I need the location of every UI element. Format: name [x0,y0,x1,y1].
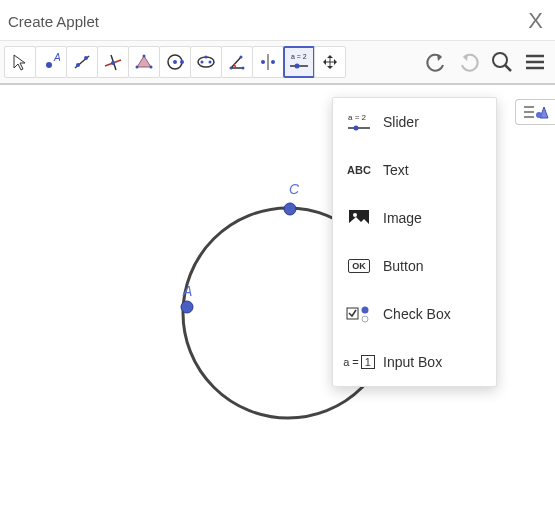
dd-label: Text [383,162,409,178]
svg-point-19 [242,67,245,70]
svg-text:a = 2: a = 2 [348,113,367,122]
svg-text:A: A [53,52,61,63]
svg-point-17 [205,56,208,59]
dd-slider[interactable]: a = 2 Slider [333,98,496,146]
point-a[interactable] [181,301,193,313]
dd-image[interactable]: Image [333,194,496,242]
svg-point-39 [354,126,359,131]
redo-button[interactable] [452,45,486,79]
svg-point-18 [230,67,233,70]
svg-point-28 [493,53,507,67]
svg-point-4 [84,56,88,60]
label-c: C [289,181,299,197]
svg-point-23 [271,60,275,64]
svg-point-13 [180,60,184,64]
svg-point-15 [201,61,204,64]
reflect-tool[interactable] [252,46,284,78]
dd-text[interactable]: ABC Text [333,146,496,194]
line-tool[interactable] [66,46,98,78]
menu-button[interactable] [518,45,552,79]
slider-mini-label: a = 2 [291,53,307,60]
svg-line-29 [505,65,511,71]
page-title: Create Applet [8,13,99,30]
label-a: A [183,283,192,299]
slider-icon: a = 2 [343,111,375,133]
slider-dropdown: a = 2 Slider ABC Text Image OK Button Ch… [332,97,497,387]
svg-point-0 [46,62,52,68]
polygon-tool[interactable] [128,46,160,78]
angle-tool[interactable] [221,46,253,78]
svg-point-9 [150,66,153,69]
svg-point-3 [76,63,80,67]
svg-point-41 [353,213,357,217]
dd-label: Check Box [383,306,451,322]
move-tool[interactable] [4,46,36,78]
move-view-tool[interactable] [314,46,346,78]
slider-tool[interactable]: a = 2 [283,46,315,78]
perpendicular-tool[interactable] [97,46,129,78]
svg-point-36 [536,112,542,118]
graphics-view[interactable]: A C a = 2 Slider ABC Text Image OK Butto… [0,85,555,501]
dd-inputbox[interactable]: a =1 Input Box [333,338,496,386]
point-c[interactable] [284,203,296,215]
checkbox-icon [343,304,375,324]
svg-point-16 [209,61,212,64]
svg-point-25 [295,64,300,69]
point-tool[interactable]: A [35,46,67,78]
svg-point-8 [143,55,146,58]
svg-point-12 [173,60,177,64]
ellipse-tool[interactable] [190,46,222,78]
dd-checkbox[interactable]: Check Box [333,290,496,338]
dd-label: Button [383,258,423,274]
circle-tool[interactable] [159,46,191,78]
svg-point-22 [261,60,265,64]
dd-button[interactable]: OK Button [333,242,496,290]
close-icon[interactable]: X [528,8,543,34]
dd-label: Input Box [383,354,442,370]
inputbox-icon: a =1 [343,355,375,369]
search-button[interactable] [485,45,519,79]
text-icon: ABC [343,164,375,176]
algebra-toggle[interactable] [515,99,555,125]
dd-label: Slider [383,114,419,130]
svg-point-44 [362,316,368,322]
image-icon [343,209,375,227]
undo-button[interactable] [419,45,453,79]
svg-point-43 [362,307,369,314]
dd-label: Image [383,210,422,226]
button-icon: OK [343,259,375,273]
svg-point-10 [136,66,139,69]
svg-point-7 [111,61,115,65]
toolbar: A a = 2 [0,41,555,85]
svg-point-20 [240,56,243,59]
